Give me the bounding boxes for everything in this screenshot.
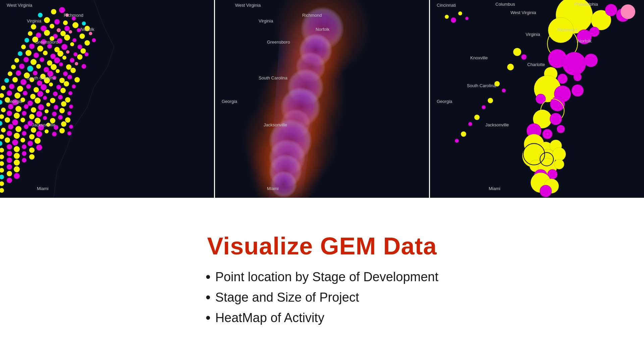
heatmap-canvas bbox=[215, 0, 429, 198]
map-panel-bubbles: Cincinnati Columbus Philadelphia West Vi… bbox=[429, 0, 644, 198]
bullet-list: Point location by Stage of Development S… bbox=[206, 270, 438, 331]
text-section: Visualize GEM Data Point location by Sta… bbox=[0, 198, 644, 362]
bullet-item-3: HeatMap of Activity bbox=[206, 311, 438, 325]
bullet-item-2: Stage and Size of Project bbox=[206, 290, 438, 305]
dots-canvas bbox=[0, 0, 214, 198]
bubbles-canvas bbox=[430, 0, 644, 198]
map-panel-dots: West Virginia Virginia Richmond Norfolk … bbox=[0, 0, 214, 198]
map-panel-heatmap: West Virginia Virginia Richmond Norfolk … bbox=[214, 0, 429, 198]
bullet-item-1: Point location by Stage of Development bbox=[206, 270, 438, 284]
main-title: Visualize GEM Data bbox=[207, 232, 437, 260]
map-section: West Virginia Virginia Richmond Norfolk … bbox=[0, 0, 644, 198]
